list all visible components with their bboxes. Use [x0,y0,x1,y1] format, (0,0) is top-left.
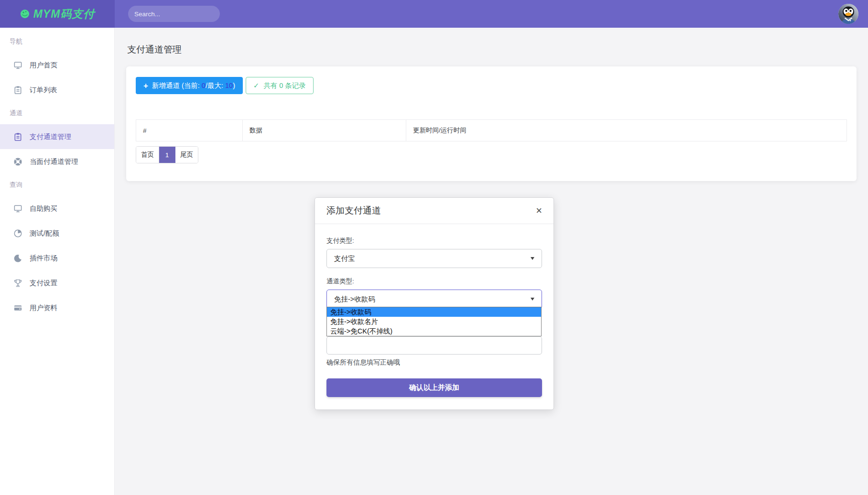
pagination-page-1[interactable]: 1 [159,147,175,163]
table-header-row: # 数据 更新时间/运行时间 [136,120,847,141]
sidebar-item-payment-settings[interactable]: 支付设置 [0,270,114,295]
moon-icon [13,254,22,263]
credit-card-icon [13,303,22,312]
pie-chart-icon [13,229,22,238]
sidebar-item-label: 当面付通道管理 [30,157,78,166]
add-channel-modal: 添加支付通道 × 支付类型: 支付宝 通道类型: 免挂->收款码 确保所有信息填… [315,197,554,410]
payment-type-value: 支付宝 [334,254,355,263]
sidebar-item-label: 支付设置 [30,279,57,288]
channel-type-select[interactable]: 免挂->收款码 [326,290,542,309]
search-input[interactable] [134,11,219,18]
channel-type-value: 免挂->收款码 [334,295,375,304]
records-count-label: 共有 0 条记录 [263,81,306,90]
monitor-icon [13,204,22,213]
sidebar-item-payment-channel-mgmt[interactable]: 支付通道管理 [0,124,114,149]
payment-type-label: 支付类型: [326,237,542,245]
channel-list-card: + 新增通道 (当前: 0/最大: 10) ✓ 共有 0 条记录 # 数据 更新… [126,66,857,181]
chevron-down-icon [531,257,534,260]
sidebar-item-label: 测试/配额 [30,229,59,238]
sidebar-item-label: 支付通道管理 [30,132,71,141]
chevron-down-icon [531,298,534,301]
plus-icon: + [143,82,148,90]
sidebar-item-user-home[interactable]: 用户首页 [0,53,114,77]
trophy-icon [13,279,22,288]
sidebar-item-test-quota[interactable]: 测试/配额 [0,221,114,246]
dropdown-option-shoukuanmingpian[interactable]: 免挂->收款名片 [327,317,541,326]
sidebar-item-label: 用户资料 [30,303,57,312]
col-header-data: 数据 [243,120,406,141]
modal-note: 确保所有信息填写正确哦 [326,357,542,367]
check-icon: ✓ [253,82,259,89]
channels-table: # 数据 更新时间/运行时间 [136,119,847,141]
sidebar-item-plugin-market[interactable]: 插件市场 [0,246,114,270]
monitor-icon [13,61,22,70]
pagination: 首页 1 尾页 [136,146,198,163]
sidebar-item-order-list[interactable]: 订单列表 [0,77,114,102]
logo-text: MYM码支付 [33,7,95,22]
user-avatar[interactable] [838,4,858,24]
records-count-button[interactable]: ✓ 共有 0 条记录 [246,77,314,94]
top-navbar: MYM码支付 [0,0,868,28]
sidebar-item-user-profile[interactable]: 用户资料 [0,295,114,320]
payment-type-select[interactable]: 支付宝 [326,249,542,268]
close-icon[interactable]: × [536,205,542,216]
sidebar-item-label: 自助购买 [30,204,57,213]
sidebar-item-f2f-channel-mgmt[interactable]: 当面付通道管理 [0,149,114,174]
sidebar-item-label: 订单列表 [30,86,57,95]
sidebar-section-channel: 通道 [0,102,114,124]
channel-data-input[interactable] [326,336,542,355]
dropdown-option-shoukuanma[interactable]: 免挂->收款码 [327,307,541,317]
pagination-first[interactable]: 首页 [136,147,159,163]
logo-ball-icon [20,9,30,19]
sidebar-section-query: 查询 [0,174,114,196]
clipboard-icon [13,86,22,95]
add-channel-button[interactable]: + 新增通道 (当前: 0/最大: 10) [136,77,243,94]
sidebar-item-label: 插件市场 [30,254,57,263]
dropdown-option-yunduan[interactable]: 云端->免CK(不掉线) [327,326,541,336]
page-title: 支付通道管理 [127,43,868,56]
app-logo[interactable]: MYM码支付 [0,0,115,28]
current-count: 0 [202,82,206,89]
qq-penguin-icon [838,4,858,24]
life-ring-icon [13,157,22,166]
sidebar-section-nav: 导航 [0,31,114,53]
col-header-updated: 更新时间/运行时间 [406,120,847,141]
confirm-add-button[interactable]: 确认以上并添加 [326,378,542,397]
modal-title: 添加支付通道 [326,204,381,217]
modal-header: 添加支付通道 × [315,198,553,224]
pagination-last[interactable]: 尾页 [175,147,198,163]
channel-type-label: 通道类型: [326,277,542,286]
max-count: 10 [225,82,233,89]
sidebar-item-label: 用户首页 [30,61,57,70]
sidebar-item-self-purchase[interactable]: 自助购买 [0,196,114,221]
search-box [128,6,220,22]
sidebar-nav: 导航 用户首页 订单列表 通道 支付通道管理 [0,28,115,495]
col-header-index: # [136,120,243,141]
clipboard-icon [13,132,22,141]
add-channel-label: 新增通道 (当前: 0/最大: 10) [152,81,235,90]
channel-type-dropdown: 免挂->收款码 免挂->收款名片 云端->免CK(不掉线) [326,307,542,336]
